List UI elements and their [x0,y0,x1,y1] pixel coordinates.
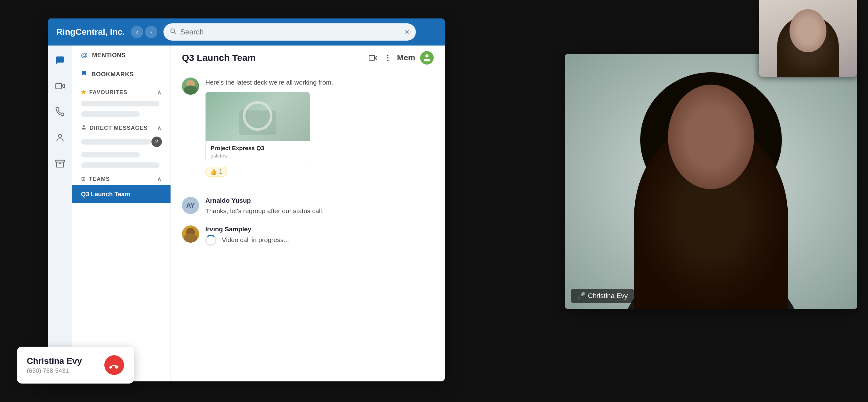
svg-rect-18 [697,214,725,269]
mic-icon: 🎤 [577,292,585,300]
app-body: @ MENTIONS BOOKMARKS ★ FAVOURITES ∧ [48,45,445,381]
message-3: Irving Sampley Video call in progress... [182,226,434,246]
chat-messages: Here's the latest deck we're all working… [171,70,445,381]
sidebar-item-chat[interactable] [53,53,67,68]
attachment-image [206,92,310,141]
nav-teams-header: ⊙ TEAMS ∧ [72,170,170,185]
svg-rect-3 [56,83,62,89]
svg-point-4 [59,134,62,137]
sidebar-item-phone[interactable] [53,105,67,119]
svg-point-13 [425,54,429,57]
svg-point-24 [695,156,700,159]
title-bar: RingCentral, Inc. ‹ › ✕ [48,19,445,45]
dm-item-3 [81,162,159,168]
svg-marker-2 [62,84,64,88]
sender-name-3: Irving Sampley [205,226,434,233]
bookmarks-label: BOOKMARKS [91,71,134,78]
caller-name: Christina Evy [27,356,97,366]
end-call-button[interactable] [104,355,124,375]
call-notification: Christina Evy (650) 768-5431 [17,347,134,383]
app-window: RingCentral, Inc. ‹ › ✕ [48,19,445,381]
video-small-content [759,0,857,77]
reaction-thumbs-up[interactable]: 👍 1 [205,167,227,177]
svg-point-10 [387,55,389,56]
sender-avatar-1 [182,77,199,95]
svg-point-17 [649,247,773,309]
member-avatar-header [420,51,434,65]
msg-text-2: Thanks, let's regroup after our status c… [205,206,434,216]
nav-panel: @ MENTIONS BOOKMARKS ★ FAVOURITES ∧ [72,45,171,381]
call-info: Christina Evy (650) 768-5431 [27,356,97,374]
nav-arrows: ‹ › [131,26,157,38]
brand-name: RingCentral, Inc. [56,27,125,37]
svg-marker-8 [374,56,377,60]
nav-active-team[interactable]: Q3 Launch Team [72,185,170,203]
dm-icon [81,125,87,132]
sender-avatar-2: AY [182,197,199,214]
dm-collapse[interactable]: ∧ [157,124,162,132]
attachment-type: gslides [211,153,305,159]
teams-icon: ⊙ [81,176,86,182]
mentions-label: MENTIONS [92,52,126,59]
bookmarks-icon [81,70,87,78]
nav-bookmarks[interactable]: BOOKMARKS [72,65,170,83]
svg-rect-5 [56,160,64,162]
dm-item-1 [81,139,151,144]
more-options-icon[interactable] [383,54,392,62]
svg-rect-9 [369,55,375,60]
search-bar: ✕ [163,23,416,41]
star-icon: ★ [81,89,86,96]
svg-point-11 [387,57,389,59]
msg-content-1: Here's the latest deck we're all working… [205,77,434,177]
chat-header: Q3 Launch Team [171,45,445,70]
msg-content-2: Arnaldo Yusup Thanks, let's regroup afte… [205,197,434,216]
svg-line-1 [175,32,176,34]
favourites-label: FAVOURITES [89,89,127,96]
attachment-info: Project Express Q3 gslides [206,141,310,163]
nav-mentions[interactable]: @ MENTIONS [72,45,170,65]
fav-item-1 [81,101,159,106]
svg-point-27 [733,166,742,175]
msg-text-3: Video call in progress... [205,235,434,246]
svg-rect-15 [565,54,857,309]
members-label: Mem [397,53,415,62]
search-input[interactable] [180,28,401,36]
mentions-icon: @ [81,51,88,59]
video-status-text: Video call in progress... [222,236,289,243]
teams-label: TEAMS [89,176,110,182]
icon-sidebar [48,45,72,381]
search-icon [169,28,176,36]
reaction-emoji: 👍 [210,168,217,175]
message-1: Here's the latest deck we're all working… [182,77,434,177]
attachment-card[interactable]: Project Express Q3 gslides [205,92,310,163]
search-clear-icon[interactable]: ✕ [404,28,410,36]
nav-dm-header: DIRECT MESSAGES ∧ [72,119,170,134]
dm-badge: 2 [151,137,162,147]
back-button[interactable]: ‹ [131,26,143,38]
svg-point-22 [689,154,703,163]
video-loading-spinner [205,235,216,246]
sidebar-item-video[interactable] [53,79,67,94]
favourites-collapse[interactable]: ∧ [157,89,162,96]
svg-point-20 [649,97,773,220]
caller-number: (650) 768-5431 [27,367,97,374]
chat-title: Q3 Launch Team [182,53,364,63]
svg-point-21 [662,109,760,226]
video-call-icon[interactable] [369,54,377,62]
video-participant-label: 🎤 Christina Evy [571,289,634,303]
svg-point-26 [706,170,717,177]
reaction-count: 1 [219,168,222,175]
fav-item-2 [81,111,140,117]
chat-area: Q3 Launch Team [171,45,445,381]
video-small-window [759,0,857,77]
svg-point-25 [725,156,731,159]
svg-point-12 [387,59,389,61]
sender-name-2: Arnaldo Yusup [205,197,434,204]
message-2: AY Arnaldo Yusup Thanks, let's regroup a… [182,197,434,216]
sidebar-item-inbox[interactable] [53,156,67,171]
forward-button[interactable]: › [145,26,157,38]
sidebar-item-contacts[interactable] [53,130,67,145]
svg-point-16 [619,260,803,309]
video-main-window: 🎤 Christina Evy [565,54,857,309]
teams-collapse[interactable]: ∧ [157,175,162,183]
